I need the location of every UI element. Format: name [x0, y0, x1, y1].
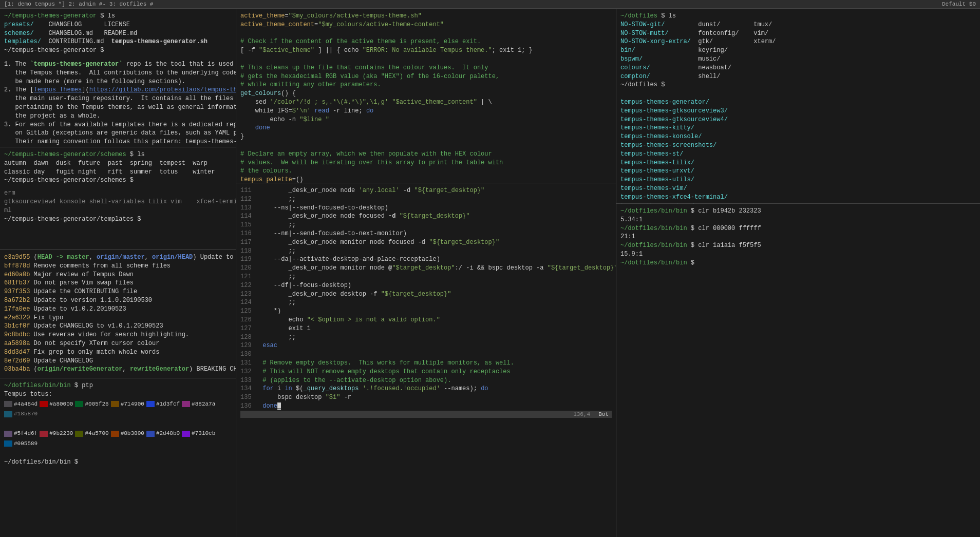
left-git-section: e3a9d55 (HEAD -> master, origin/master, … — [0, 250, 236, 378]
right-pane: ~/dotfiles $ ls NO-STOW-git/ dunst/ tmux… — [616, 9, 980, 537]
right-bottom-section: ~/dotfiles/bin/bin $ clr b1942b 232323 5… — [616, 204, 980, 537]
middle-top-section: active_theme="$my_colours/active-tempus-… — [236, 9, 616, 183]
right-top-section: ~/dotfiles $ ls NO-STOW-git/ dunst/ tmux… — [616, 9, 980, 204]
middle-pane: active_theme="$my_colours/active-tempus-… — [236, 9, 616, 537]
git-log-text: e3a9d55 (HEAD -> master, origin/master, … — [4, 253, 232, 374]
right-top-text: ~/dotfiles $ ls NO-STOW-git/ dunst/ tmux… — [620, 12, 976, 204]
middle-bottom-status: 136,4Bot — [240, 411, 612, 418]
left-top-section: ~/tempus-themes-generator $ ls presets/ … — [0, 9, 236, 147]
left-pane: ~/tempus-themes-generator $ ls presets/ … — [0, 9, 236, 537]
left-bottom-section: ~/dotfiles/bin/bin $ ptp Tempus totus: #… — [0, 378, 236, 537]
right-bottom-text: ~/dotfiles/bin/bin $ clr b1942b 232323 5… — [620, 207, 976, 267]
middle-bottom-code: 111 _desk_or_node node 'any.local' -d "$… — [240, 186, 612, 411]
left-middle-section: ~/tempus-themes-generator/schemes $ ls a… — [0, 147, 236, 250]
left-middle-text: ~/tempus-themes-generator/schemes $ ls a… — [4, 150, 232, 185]
left-readme-text: 1. The `tempus-themes-generator` repo is… — [4, 60, 232, 147]
middle-bottom-section: 111 _desk_or_node node 'any.local' -d "$… — [236, 183, 616, 537]
tab-list: [1: demo tempus *] 2: admin #- 3: dotfil… — [4, 1, 153, 7]
middle-code-text: active_theme="$my_colours/active-tempus-… — [240, 12, 612, 183]
top-bar: [1: demo tempus *] 2: admin #- 3: dotfil… — [0, 0, 980, 9]
left-templates-text: erm gtksourceview4 konsole shell-variabl… — [4, 189, 232, 223]
main-area: ~/tempus-themes-generator $ ls presets/ … — [0, 9, 980, 537]
ptp-text: ~/dotfiles/bin/bin $ ptp Tempus totus: #… — [4, 381, 232, 467]
left-top-text: ~/tempus-themes-generator $ ls presets/ … — [4, 12, 232, 55]
session-info: Default $0 — [942, 1, 976, 7]
